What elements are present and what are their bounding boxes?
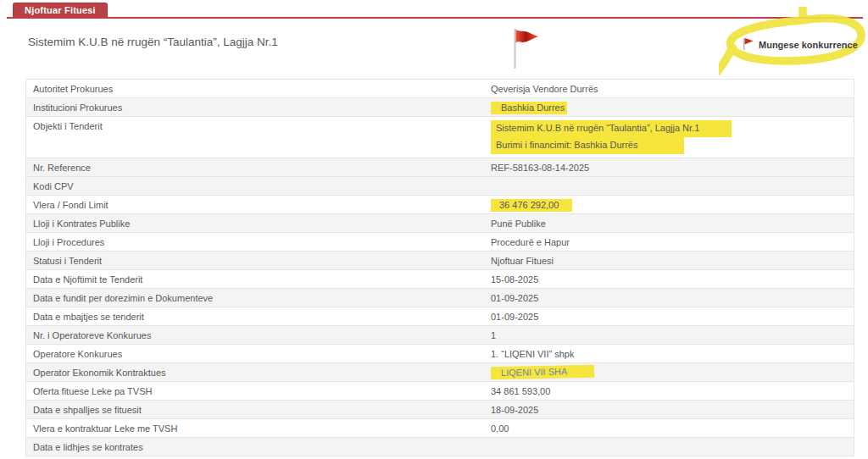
table-row: Objekti i TenderitSistemim K.U.B në rrug… [26,117,854,158]
row-value-line: Burimi i financimit: Bashkia Durrës [491,137,684,154]
row-label: Oferta fituese Leke pa TVSH [26,386,491,396]
row-value: LIQENI VII SHA [491,366,854,379]
row-label: Institucioni Prokurues [26,102,491,113]
row-label: Data e lidhjes se kontrates [26,442,491,452]
row-value: Procedurë e Hapur [491,237,854,247]
table-row: Data e shpalljes se fituesit18-09-2025 [26,401,854,419]
row-label: Operatore Konkurues [26,349,491,359]
tender-detail-page: Njoftuar Fituesi Sistemim K.U.B në rrugë… [0,0,868,459]
row-value: REF-58163-08-14-2025 [491,163,854,173]
row-value: Njoftuar Fituesi [491,256,854,266]
row-value-text: REF-58163-08-14-2025 [491,163,589,173]
row-value: 15-08-2025 [491,274,854,285]
table-row: Operatore Konkurues1. “LIQENI VII” shpk [26,345,854,363]
row-label: Vlera / Fondi Limit [26,200,491,210]
row-label: Autoritet Prokurues [26,84,491,94]
table-row: Nr. ReferenceREF-58163-08-14-2025 [26,158,854,177]
row-value: 01-09-2025 [491,312,854,322]
row-label: Nr. Reference [26,163,491,173]
table-row: Statusi i TenderitNjoftuar Fituesi [26,252,854,270]
row-value-link[interactable]: LIQENI VII SHA [491,365,595,380]
row-label: Data e mbajtjes se tenderit [26,312,491,322]
table-row: Data e Njoftimit te Tenderit15-08-2025 [26,270,854,289]
tab-njoftuar-fituesi[interactable]: Njoftuar Fituesi [13,3,108,17]
row-value-text: 15-08-2025 [491,274,538,285]
row-value-text: Njoftuar Fituesi [491,256,554,266]
row-value-text: 1 [491,330,496,340]
row-value-text: 1. “LIQENI VII” shpk [491,349,574,359]
row-value-text: 18-09-2025 [491,405,538,415]
row-value-text: 01-09-2025 [491,312,538,322]
row-value-text: 0,00 [491,423,509,434]
table-row: Data e mbajtjes se tenderit01-09-2025 [26,307,854,326]
row-value-text: 01-09-2025 [491,293,538,303]
row-value: Sistemim K.U.B në rrugën “Taulantia”, La… [491,117,854,158]
table-row: Kodi CPV [26,177,854,196]
row-value: 34 861 593,00 [491,386,854,396]
row-value: Bashkia Durres [491,102,854,113]
table-row: Autoritet ProkuruesQeverisja Vendore Dur… [26,80,854,98]
row-value: 01-09-2025 [491,293,854,303]
row-value: 18-09-2025 [491,405,854,415]
small-red-flag-icon [743,37,754,51]
row-value-line: Sistemim K.U.B në rrugën “Taulantia”, La… [491,120,732,137]
row-label: Nr. i Operatoreve Konkurues [26,330,491,340]
row-value-text: Bashkia Durres [491,102,567,114]
row-label: Data e Njoftimit te Tenderit [26,274,491,285]
table-row: Institucioni ProkuruesBashkia Durres [26,98,854,117]
table-row: Vlera e kontraktuar Leke me TVSH0,00 [26,419,854,438]
table-row: Operator Ekonomik KontraktuesLIQENI VII … [26,363,854,382]
table-row: Lloji i ProceduresProcedurë e Hapur [26,233,854,252]
row-value: Qeverisja Vendore Durrës [491,84,854,94]
row-value: Punë Publike [491,218,854,229]
row-value: 1 [491,330,854,340]
table-row: Vlera / Fondi Limit36 476 292,00 [26,196,854,214]
row-value-text: 34 861 593,00 [491,386,550,396]
table-row: Data e fundit per dorezimin e Dokumentev… [26,289,854,307]
row-value-text: Qeverisja Vendore Durrës [491,84,598,94]
row-value-text: 36 476 292,00 [491,199,572,212]
table-row: Nr. i Operatoreve Konkurues1 [26,326,854,345]
table-row: Lloji i Kontrates PublikePunë Publike [26,214,854,233]
row-label: Data e fundit per dorezimin e Dokumentev… [26,293,491,303]
row-label: Lloji i Kontrates Publike [26,218,491,229]
row-label: Lloji i Procedures [26,237,491,247]
row-value: 1. “LIQENI VII” shpk [491,349,854,359]
row-label: Data e shpalljes se fituesit [26,405,491,415]
row-value: 0,00 [491,423,854,434]
table-row: Oferta fituese Leke pa TVSH34 861 593,00 [26,382,854,401]
row-label: Operator Ekonomik Kontraktues [26,368,491,378]
row-label: Vlera e kontraktuar Leke me TVSH [26,423,491,434]
row-label: Statusi i Tenderit [26,256,491,266]
table-row: Data e lidhjes se kontrates [26,438,854,456]
row-value: 36 476 292,00 [491,200,854,210]
tender-info-table: Autoritet ProkuruesQeverisja Vendore Dur… [25,79,854,456]
row-value-text: Punë Publike [491,218,546,229]
flag-annotation: Mungese konkurrence [719,7,868,78]
page-title: Sistemim K.U.B në rrugën “Taulantia”, La… [28,36,278,48]
row-label: Objekti i Tenderit [26,117,491,131]
flag-annotation-label: Mungese konkurrence [759,40,858,50]
row-label: Kodi CPV [26,181,491,191]
row-value-text: Procedurë e Hapur [491,237,570,247]
red-flag-icon [505,27,542,71]
